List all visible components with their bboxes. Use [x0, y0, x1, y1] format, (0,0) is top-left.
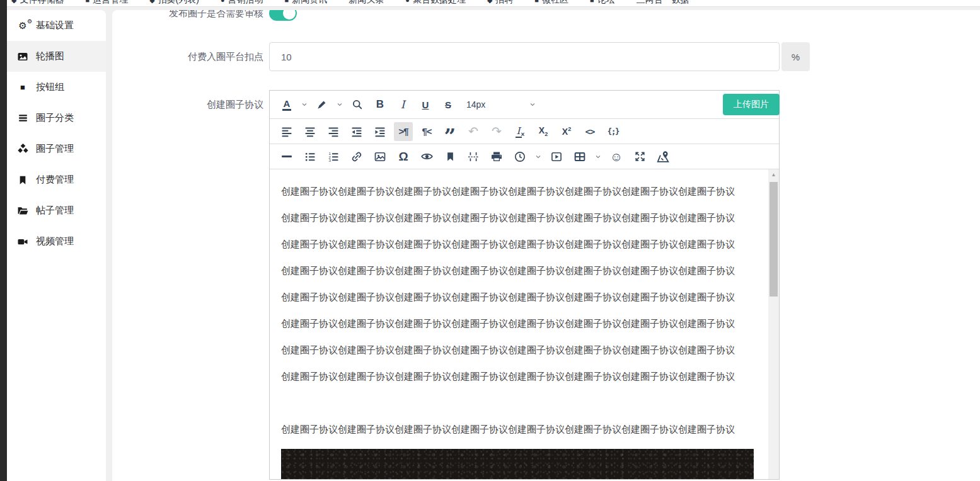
insert-image-icon[interactable]: [371, 147, 389, 166]
svg-text:3: 3: [329, 158, 331, 162]
chevron-down-icon[interactable]: [335, 95, 344, 114]
editor-content-area[interactable]: 创建圈子协议创建圈子协议创建圈子协议创建圈子协议创建圈子协议创建圈子协议创建圈子…: [270, 169, 779, 479]
align-left-icon[interactable]: [277, 122, 296, 141]
topnav-item-label: 新闻头条: [349, 0, 384, 6]
undo-icon[interactable]: ↶: [464, 122, 483, 141]
align-right-icon[interactable]: [324, 122, 343, 141]
paragraph-ltr-icon[interactable]: >¶: [394, 122, 413, 141]
emoji-icon[interactable]: ☺: [607, 147, 626, 166]
font-color-icon[interactable]: A: [277, 95, 296, 114]
clear-format-icon[interactable]: I×: [510, 122, 529, 141]
preview-icon[interactable]: [417, 147, 436, 166]
inline-code-icon[interactable]: <>: [580, 122, 599, 141]
bookmark-icon[interactable]: [441, 147, 459, 166]
topnav-item-0[interactable]: ◆文件存储器: [11, 0, 64, 6]
sidebar-item-carousel[interactable]: 轮播图: [7, 41, 106, 72]
chevron-down-icon[interactable]: [594, 147, 602, 166]
nav-item-icon: ■: [590, 0, 594, 4]
table-icon[interactable]: [570, 147, 589, 166]
topnav-item-7[interactable]: ◆招聘: [487, 0, 513, 6]
chevron-down-icon: [528, 95, 537, 114]
subscript-icon[interactable]: X2: [534, 122, 553, 141]
editor-paragraphs: 创建圈子协议创建圈子协议创建圈子协议创建圈子协议创建圈子协议创建圈子协议创建圈子…: [270, 169, 779, 479]
editor-paragraph: 创建圈子协议创建圈子协议创建圈子协议创建圈子协议创建圈子协议创建圈子协议创建圈子…: [281, 237, 754, 251]
video-icon[interactable]: [547, 147, 566, 166]
sidebar-item-label: 付费管理: [36, 174, 74, 186]
sidebar-item-label: 轮播图: [36, 50, 64, 62]
link-icon[interactable]: [347, 147, 366, 166]
editor-paragraph: 创建圈子协议创建圈子协议创建圈子协议创建圈子协议创建圈子协议创建圈子协议创建圈子…: [281, 343, 754, 357]
unordered-list-icon[interactable]: [301, 147, 320, 166]
paragraph-rtl-icon[interactable]: ¶<: [417, 122, 436, 141]
fullscreen-icon[interactable]: [630, 147, 649, 166]
bookmark-icon: [16, 175, 29, 185]
highlight-color-icon[interactable]: [313, 95, 331, 114]
topnav-item-10[interactable]: 三网合一数据: [637, 0, 689, 6]
chevron-down-icon[interactable]: [534, 147, 543, 166]
indent-icon[interactable]: [371, 122, 389, 141]
topnav-item-5[interactable]: 新闻头条: [349, 0, 384, 6]
search-icon[interactable]: [348, 95, 367, 114]
ordered-list-icon[interactable]: 123: [324, 147, 343, 166]
align-center-icon[interactable]: [301, 122, 320, 141]
sidebar: ⚙⚙ 基础设置 轮播图 ■ 按钮组 圈子分类 圈子管理: [7, 10, 106, 481]
editor-scrollbar[interactable]: ▲: [768, 169, 779, 479]
topnav-item-8[interactable]: ■微社区: [534, 0, 568, 6]
toggle-knob: [283, 10, 296, 20]
topnav-item-6[interactable]: ●聚合数据处理: [405, 0, 466, 6]
topnav-item-4[interactable]: ■新闻资讯: [285, 0, 328, 6]
sidebar-item-circle-category[interactable]: 圈子分类: [7, 103, 106, 133]
sidebar-item-button-group[interactable]: ■ 按钮组: [7, 72, 106, 103]
nav-item-icon: ◆: [149, 0, 154, 4]
topnav-item-2[interactable]: ◆拍卖(列表): [149, 0, 199, 6]
topnav-item-9[interactable]: ■论坛: [590, 0, 615, 6]
deduction-input-group: %: [269, 42, 810, 71]
topnav-item-3[interactable]: ●营销活动: [221, 0, 263, 6]
redo-icon[interactable]: ↷: [487, 122, 506, 141]
screen: ◆文件存储器 ■运营管理 ◆拍卖(列表) ●营销活动 ■新闻资讯 新闻头条 ●聚…: [0, 0, 980, 481]
editor-paragraph-empty: [281, 396, 754, 410]
chevron-down-icon[interactable]: [300, 95, 309, 114]
scroll-up-arrow-icon[interactable]: ▲: [768, 169, 779, 179]
agreement-editor-row: 创建圈子协议 A B I U S 14px 上传图片: [112, 90, 980, 480]
video-camera-icon: [16, 236, 29, 247]
sidebar-item-video-management[interactable]: 视频管理: [7, 226, 106, 257]
editor-paragraph: 创建圈子协议创建圈子协议创建圈子协议创建圈子协议创建圈子协议创建圈子协议创建圈子…: [281, 317, 754, 331]
editor-toolbar-row2: >¶ ¶< ” ↶ ↷ I× X2 X2 <> {;}: [270, 119, 779, 144]
sidebar-item-label: 圈子分类: [36, 112, 74, 124]
sidebar-item-basic-settings[interactable]: ⚙⚙ 基础设置: [7, 10, 106, 41]
code-block-icon[interactable]: {;}: [604, 122, 623, 141]
upload-image-button[interactable]: 上传图片: [723, 94, 780, 115]
page-break-icon[interactable]: [464, 147, 483, 166]
sidebar-item-circle-management[interactable]: 圈子管理: [7, 133, 106, 164]
percent-addon: %: [781, 42, 810, 71]
strikethrough-icon[interactable]: S: [439, 95, 458, 114]
underline-icon[interactable]: U: [416, 95, 435, 114]
topnav-item-1[interactable]: ■运营管理: [85, 0, 128, 6]
review-required-toggle[interactable]: [269, 10, 297, 21]
deduction-row-label: 付费入圈平台扣点: [112, 51, 263, 63]
nav-item-icon: ●: [405, 0, 410, 4]
special-character-icon[interactable]: Ω: [394, 147, 413, 166]
insert-time-icon[interactable]: [510, 147, 529, 166]
sidebar-item-label: 帖子管理: [36, 205, 74, 217]
bold-icon[interactable]: B: [371, 95, 389, 114]
outdent-icon[interactable]: [347, 122, 366, 141]
scrollbar-thumb[interactable]: [770, 182, 778, 297]
print-icon[interactable]: [487, 147, 506, 166]
superscript-icon[interactable]: X2: [557, 122, 576, 141]
sidebar-item-payment-management[interactable]: 付费管理: [7, 164, 106, 195]
content-card: 发布圈子是否需要审核 付费入圈平台扣点 % 创建圈子协议 A: [112, 10, 980, 481]
topnav-item-label: 新闻资讯: [292, 0, 327, 6]
deduction-input[interactable]: [269, 42, 780, 71]
editor-row-label: 创建圈子协议: [112, 90, 263, 111]
sidebar-item-post-management[interactable]: 帖子管理: [7, 195, 106, 226]
editor-paragraph: 创建圈子协议创建圈子协议创建圈子协议创建圈子协议创建圈子协议创建圈子协议创建圈子…: [281, 184, 754, 198]
font-size-select[interactable]: 14px: [461, 95, 539, 114]
italic-icon[interactable]: I: [393, 95, 412, 114]
topnav-item-label: 微社区: [542, 0, 568, 6]
embedded-image[interactable]: [281, 449, 754, 479]
location-icon[interactable]: [654, 147, 672, 166]
horizontal-rule-icon[interactable]: [277, 147, 296, 166]
blockquote-icon[interactable]: ”: [441, 122, 459, 141]
